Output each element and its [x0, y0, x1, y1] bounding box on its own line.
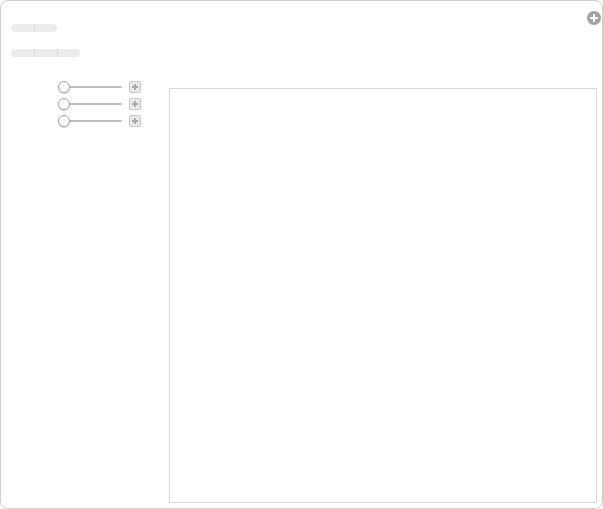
manipulate-menu-icon[interactable]	[587, 11, 601, 25]
phi-start-slider-thumb[interactable]	[58, 81, 70, 93]
phi-start-slider-row	[3, 79, 149, 95]
theta-start-slider-thumb[interactable]	[58, 98, 70, 110]
vector-end-point-button[interactable]	[34, 24, 57, 32]
rotation-expand-button[interactable]	[129, 115, 141, 127]
rotation-y-button[interactable]	[34, 49, 57, 57]
rotation-x-button[interactable]	[11, 49, 34, 57]
rotation-slider[interactable]	[58, 115, 122, 127]
theta-start-slider[interactable]	[58, 98, 122, 110]
rotation-slider-thumb[interactable]	[58, 115, 70, 127]
theta-start-expand-button[interactable]	[129, 98, 141, 110]
rotation-slider-row	[3, 113, 149, 129]
point-setter-row	[11, 24, 57, 42]
axis-setter-row	[11, 49, 80, 67]
point-setter-bar	[11, 24, 57, 32]
manipulate-window	[0, 0, 603, 509]
vector-start-point-button[interactable]	[11, 24, 34, 32]
sphere-3d-canvas[interactable]	[170, 89, 596, 502]
sphere-3d-plot[interactable]	[169, 88, 597, 503]
theta-start-slider-row	[3, 96, 149, 112]
phi-start-slider[interactable]	[58, 81, 122, 93]
rotation-z-button[interactable]	[57, 49, 80, 57]
phi-start-expand-button[interactable]	[129, 81, 141, 93]
rotation-axis-bar	[11, 49, 80, 57]
